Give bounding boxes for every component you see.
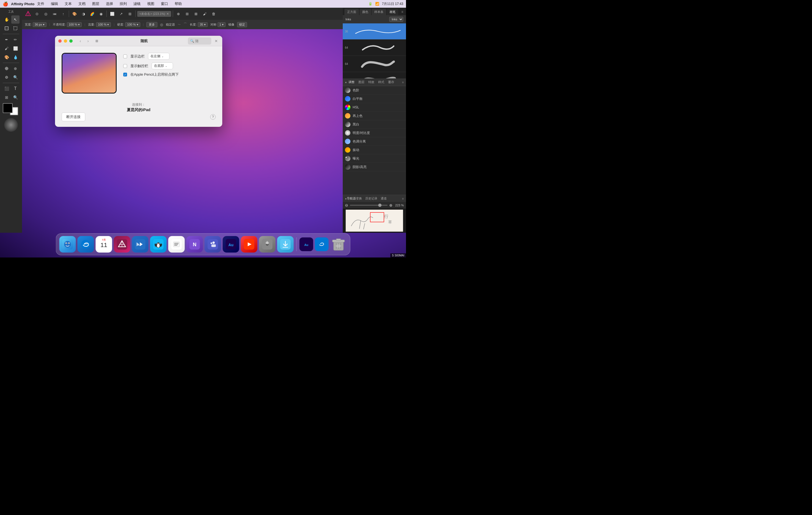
sidebar-position-select[interactable]: 在左侧 ⌄ (148, 53, 169, 60)
adj-tab-styles[interactable]: 样式 (378, 80, 384, 84)
pencil-checkbox[interactable]: ✓ (123, 73, 127, 77)
symmetry-value[interactable]: 1 ▾ (218, 22, 226, 27)
menu-window[interactable]: 窗口 (160, 1, 169, 7)
menu-doc[interactable]: 文档 (77, 1, 87, 7)
adj-tab-save[interactable]: 覆存 (388, 80, 394, 84)
shape-tool[interactable]: ⬛ (2, 84, 11, 93)
toolbar-persona-btn[interactable]: ◎ (42, 10, 50, 18)
toolbar-guides-btn[interactable]: ⊠ (192, 10, 200, 18)
dock-au-mini[interactable]: Au (299, 237, 313, 251)
brush-item-2[interactable]: 64 (343, 39, 406, 56)
pointer-tool[interactable]: ↖ (11, 16, 20, 24)
toolbar-share-btn[interactable]: ↑ (59, 10, 67, 18)
menu-edit[interactable]: 编辑 (50, 1, 59, 7)
menu-layer[interactable]: 图层 (91, 1, 100, 7)
toolbar-rect-btn[interactable]: ⬜ (108, 10, 116, 18)
zoom-out-btn[interactable]: ⊖ (345, 203, 348, 207)
adj-whitebalance[interactable]: 白平衡 (343, 95, 406, 103)
zoom-tool[interactable]: 🔍 (11, 93, 20, 102)
forward-btn[interactable]: › (85, 38, 91, 44)
brush-item-3[interactable]: 64 (343, 56, 406, 72)
menu-file[interactable]: 文件 (36, 1, 46, 7)
zoom-in-btn[interactable]: ⊕ (389, 203, 393, 207)
adj-shadows[interactable]: 阴影/高亮 (343, 163, 406, 171)
adj-recolor[interactable]: 再上色 (343, 112, 406, 120)
dock-qq[interactable] (150, 236, 167, 253)
toolbar-transform-btn[interactable]: ⊞ (126, 10, 134, 18)
toolbar-color-btn[interactable]: 🎨 (71, 10, 78, 18)
dock-edge-mini[interactable] (315, 237, 329, 251)
toolbar-circle2-btn[interactable]: ◉ (97, 10, 105, 18)
adj-exposure[interactable]: ▲ 曝光 (343, 154, 406, 163)
eraser-tool[interactable]: ⬜ (11, 44, 20, 53)
dialog-close-icon[interactable]: ✕ (213, 38, 219, 44)
zoom-handle[interactable] (378, 204, 381, 207)
dock-settings[interactable] (259, 236, 276, 253)
lock-btn[interactable]: 锁定 (237, 22, 247, 27)
length-value[interactable]: 35 ▾ (198, 22, 207, 27)
menu-text[interactable]: 文本 (63, 1, 73, 7)
text-tool[interactable]: T (11, 84, 20, 93)
back-btn[interactable]: ‹ (77, 38, 84, 44)
dock-youku[interactable] (241, 236, 258, 253)
menu-help[interactable]: 帮助 (174, 1, 183, 7)
dock-affinity[interactable] (114, 236, 130, 253)
app-name[interactable]: Affinity Photo (11, 2, 34, 6)
panel-menu-btn[interactable]: ≡ (400, 9, 404, 15)
dock-teams[interactable] (205, 236, 221, 253)
grid-tool[interactable]: ⊞ (2, 93, 11, 102)
grid-view-btn[interactable]: ⊞ (93, 38, 100, 44)
adj-bw[interactable]: 黑白 (343, 120, 406, 129)
close-btn[interactable] (58, 39, 62, 42)
menu-view[interactable]: 视图 (146, 1, 155, 7)
brush-category-select[interactable]: Inks (389, 17, 403, 22)
maximize-btn[interactable] (69, 39, 72, 42)
toolbar-snap-btn[interactable]: ⊕ (175, 10, 182, 18)
nav-collapse-icon[interactable]: ● (345, 197, 347, 200)
dock-audition[interactable]: Au (223, 236, 239, 253)
toolbar-color2-btn[interactable]: 🌈 (88, 10, 96, 18)
adj-hsl[interactable]: HSL (343, 103, 406, 112)
clone-tool[interactable]: ⊕ (11, 64, 20, 73)
hand-tool[interactable]: ✋ (2, 16, 11, 24)
adj-posterize[interactable]: 色调分离 (343, 137, 406, 146)
menu-filter[interactable]: 滤镜 (132, 1, 142, 7)
toolbar-nav-first[interactable]: ⏮ (51, 10, 58, 18)
healing-tool[interactable] (2, 64, 11, 73)
disconnect-button[interactable]: 断开连接 (62, 113, 85, 121)
dock-onenote[interactable]: N (186, 236, 203, 253)
dialog-search[interactable]: 🔍 (188, 37, 211, 45)
adj-tab-layers[interactable]: 图层 (358, 80, 365, 84)
selection-tool[interactable] (11, 24, 20, 32)
brush-tool[interactable]: 🖌 (2, 44, 11, 53)
stabilizer-icon[interactable]: ◎ (160, 23, 163, 27)
toolbar-grid-btn[interactable]: ⊞ (183, 10, 191, 18)
dodge-tool[interactable] (2, 73, 11, 81)
toolbar-brush-btn[interactable]: 🖌 (201, 10, 209, 18)
burn-tool[interactable]: 💧 (11, 53, 20, 61)
menu-select[interactable]: 选择 (105, 1, 114, 7)
toolbar-tone-btn[interactable]: ◑ (80, 10, 87, 18)
crop-tool[interactable] (2, 24, 11, 32)
minimize-btn[interactable] (64, 39, 67, 42)
tab-front[interactable]: 正方面 (344, 9, 359, 15)
menu-arrange[interactable]: 排列 (119, 1, 128, 7)
width-value[interactable]: 36 px ▾ (33, 22, 47, 27)
tab-brushes[interactable]: 画笔 (387, 9, 398, 15)
adj-brightness[interactable]: 明度/对比度 (343, 129, 406, 137)
pen-tool[interactable]: ✒ (2, 35, 11, 44)
dock-finder[interactable] (59, 236, 76, 253)
dock-trash[interactable] (330, 236, 347, 253)
sharpen-tool[interactable]: 🔍 (11, 73, 20, 81)
nav-tab-history[interactable]: 历史记录 (365, 196, 377, 201)
more-btn[interactable]: 更多 (146, 22, 157, 27)
adj-collapse-icon[interactable]: ● (345, 81, 347, 84)
apple-menu[interactable]: 🍎 (3, 1, 8, 7)
search-input[interactable] (195, 39, 209, 43)
adj-vibrance[interactable]: 振动 (343, 146, 406, 154)
flow-value[interactable]: 100 % ▾ (96, 22, 111, 27)
tab-swatches[interactable]: 样本条 (372, 9, 386, 15)
dock-vscode[interactable] (132, 236, 148, 253)
adj-tab-effects[interactable]: 特效 (368, 80, 374, 84)
toolbar-trash-btn[interactable]: 🗑 (210, 10, 218, 18)
